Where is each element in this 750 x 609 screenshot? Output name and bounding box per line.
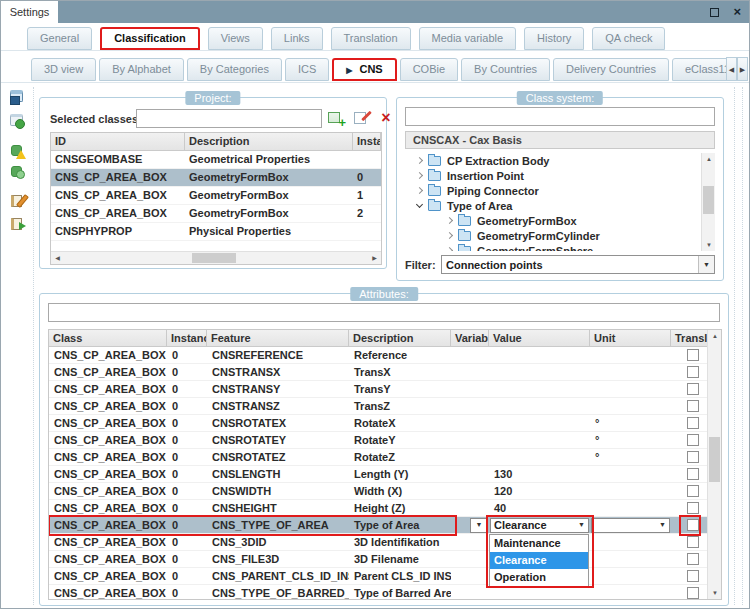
scroll-up-icon[interactable]: ▲	[702, 153, 715, 165]
tree-item-insertion-point[interactable]: Insertion Point	[405, 168, 715, 183]
chevron-right-icon[interactable]	[446, 232, 453, 239]
column-header-unit[interactable]: Unit	[590, 330, 671, 346]
attribute-row[interactable]: CNS_CP_AREA_BOX0CNSTRANSXTransX	[49, 364, 708, 381]
scrollbar-thumb[interactable]	[192, 253, 236, 263]
column-header-instance[interactable]: Instance	[167, 330, 207, 346]
column-header-value[interactable]: Value	[489, 330, 590, 346]
chevron-down-icon[interactable]	[416, 200, 423, 207]
chevron-down-icon[interactable]: ▼	[575, 517, 588, 533]
class-system-search-input[interactable]	[405, 107, 715, 126]
filter-dropdown[interactable]: Connection points ▼	[441, 255, 715, 274]
column-header-class[interactable]: Class	[49, 330, 167, 346]
tree-item-piping-connector[interactable]: Piping Connector	[405, 183, 715, 198]
tab-by-countries[interactable]: By Countries	[461, 58, 550, 81]
tab-views[interactable]: Views	[208, 27, 263, 50]
translate-checkbox[interactable]	[687, 536, 699, 548]
translate-checkbox[interactable]	[687, 383, 699, 395]
tree-item-geometryformbox[interactable]: GeometryFormBox	[405, 213, 715, 228]
chevron-down-icon[interactable]: ▼	[698, 256, 714, 273]
tab-media-variable[interactable]: Media variable	[419, 27, 517, 50]
tree-item-cp-extraction-body[interactable]: CP Extraction Body	[405, 153, 715, 168]
translate-checkbox[interactable]	[687, 570, 699, 582]
tab-history[interactable]: History	[524, 27, 584, 50]
tab-qa-check[interactable]: QA check	[592, 27, 665, 50]
tab-classification[interactable]: Classification	[100, 27, 200, 50]
scrollbar-track[interactable]	[702, 165, 715, 239]
project-class-row[interactable]: CNS_CP_AREA_BOXGeometryFormBox2	[51, 205, 381, 223]
translate-checkbox[interactable]	[687, 349, 699, 361]
attribute-row[interactable]: CNS_CP_AREA_BOX0CNSROTATEXRotateX°	[49, 415, 708, 432]
tab-by-categories[interactable]: By Categories	[187, 58, 282, 81]
scrollbar-track[interactable]	[708, 342, 721, 587]
translate-checkbox[interactable]	[687, 468, 699, 480]
column-header-instance[interactable]: Instance	[353, 133, 381, 150]
project-class-row[interactable]: CNSPHYPROPPhysical Properties	[51, 223, 381, 241]
dropdown-option-operation[interactable]: Operation	[490, 569, 588, 586]
selected-classes-input[interactable]	[136, 109, 322, 128]
translate-checkbox[interactable]	[687, 366, 699, 378]
translate-checkbox[interactable]	[687, 553, 699, 565]
tab-cobie[interactable]: COBie	[400, 58, 458, 81]
tab-ics[interactable]: ICS	[285, 58, 329, 81]
chevron-right-icon[interactable]	[416, 157, 423, 164]
value-dropdown[interactable]: Clearance▼	[490, 518, 589, 533]
translate-checkbox[interactable]	[687, 417, 699, 429]
maximize-icon[interactable]	[710, 8, 719, 17]
attribute-row[interactable]: CNS_CP_AREA_BOX0CNS_3DID3D Identifikatio…	[49, 534, 708, 551]
tree-item-geometryformcylinder[interactable]: GeometryFormCylinder	[405, 228, 715, 243]
tabs-scroll-right-icon[interactable]: ▶	[737, 57, 748, 81]
project-class-row[interactable]: CNS_CP_AREA_BOXGeometryFormBox0	[51, 169, 381, 187]
translate-checkbox[interactable]	[687, 587, 699, 599]
delete-class-icon[interactable]: ×	[378, 110, 394, 126]
edit-class-icon[interactable]	[353, 110, 369, 126]
attribute-row[interactable]: CNS_CP_AREA_BOX0CNSROTATEYRotateY°	[49, 432, 708, 449]
scrollbar-track[interactable]	[64, 252, 368, 264]
puzzle-icon[interactable]	[9, 164, 25, 180]
chevron-right-icon[interactable]	[416, 172, 423, 179]
tab-general[interactable]: General	[27, 27, 92, 50]
translate-checkbox[interactable]	[687, 434, 699, 446]
attribute-row[interactable]: CNS_CP_AREA_BOX0CNSROTATEZRotateZ°	[49, 449, 708, 466]
form-save-icon[interactable]	[9, 89, 25, 105]
tab-translation[interactable]: Translation	[331, 27, 411, 50]
chevron-right-icon[interactable]	[416, 187, 423, 194]
attribute-row[interactable]: CNS_CP_AREA_BOX0CNSWIDTHWidth (X)120	[49, 483, 708, 500]
attribute-row[interactable]: CNS_CP_AREA_BOX0CNS_TYPE_OF_BARRED_AREAT…	[49, 585, 708, 600]
close-icon[interactable]: ×	[733, 1, 741, 23]
project-class-row[interactable]: CNSGEOMBASEGeometrical Properties	[51, 151, 381, 169]
scroll-right-icon[interactable]: ▶	[368, 252, 381, 264]
attribute-row[interactable]: CNS_CP_AREA_BOX0CNSTRANSYTransY	[49, 381, 708, 398]
scroll-down-icon[interactable]: ▼	[702, 239, 715, 251]
translate-checkbox[interactable]	[687, 485, 699, 497]
chevron-down-icon[interactable]: ▼	[471, 517, 487, 533]
column-header-description[interactable]: Description	[185, 133, 353, 150]
tab-delivery-countries[interactable]: Delivery Countries	[553, 58, 669, 81]
tabs-scroll-left-icon[interactable]: ◀	[726, 57, 737, 81]
column-header-translate[interactable]: Translate	[671, 330, 708, 346]
tab-cns[interactable]: ▶CNS	[332, 58, 396, 81]
form-new-icon[interactable]	[9, 113, 25, 129]
project-horizontal-scrollbar[interactable]: ◀ ▶	[51, 251, 381, 264]
chevron-right-icon[interactable]	[446, 247, 453, 251]
attribute-row[interactable]: CNS_CP_AREA_BOX0CNSTRANSZTransZ	[49, 398, 708, 415]
attributes-scrollbar[interactable]: ▲ ▼	[707, 330, 721, 599]
translate-checkbox[interactable]	[687, 502, 699, 514]
scroll-up-icon[interactable]: ▲	[708, 330, 722, 342]
tree-item-geometryformsphere[interactable]: GeometryFormSphere	[405, 243, 715, 251]
scrollbar-thumb[interactable]	[709, 437, 720, 482]
tab-3d-view[interactable]: 3D view	[31, 58, 96, 81]
column-header-description[interactable]: Description	[349, 330, 451, 346]
attribute-row[interactable]: CNS_CP_AREA_BOX0CNS_FILE3D3D Filename	[49, 551, 708, 568]
chevron-down-icon[interactable]: ▼	[656, 517, 669, 533]
scroll-left-icon[interactable]: ◀	[51, 252, 64, 264]
journal-import-icon[interactable]	[9, 216, 25, 232]
attributes-search-input[interactable]	[48, 303, 720, 322]
variable-dropdown[interactable]: ▼	[470, 518, 488, 533]
attribute-row[interactable]: CNS_CP_AREA_BOX0CNSLENGTHLength (Y)130	[49, 466, 708, 483]
attribute-row[interactable]: CNS_CP_AREA_BOX0CNS_TYPE_OF_AREAType of …	[49, 517, 708, 534]
translate-checkbox[interactable]	[687, 519, 699, 531]
dropdown-option-maintenance[interactable]: Maintenance	[490, 535, 588, 552]
puzzle-warning-icon[interactable]	[9, 143, 25, 159]
unit-dropdown[interactable]: ▼	[591, 518, 670, 533]
dropdown-option-clearance[interactable]: Clearance	[490, 552, 588, 569]
